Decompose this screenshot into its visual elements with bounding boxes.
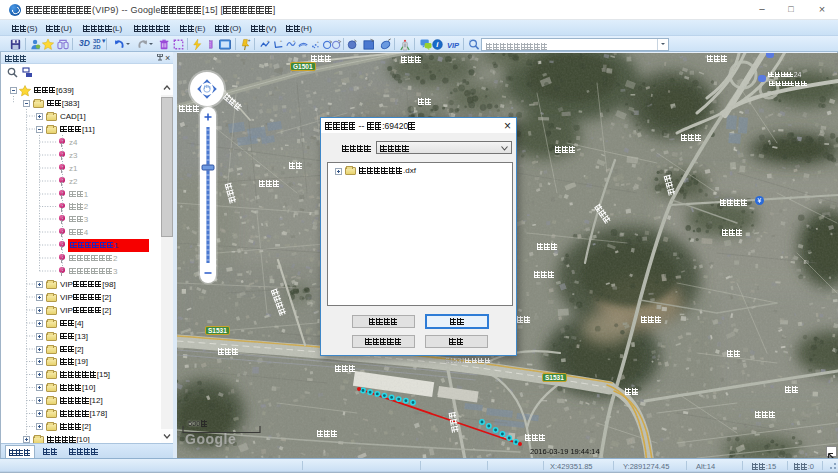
- svg-text:+: +: [267, 38, 270, 43]
- svg-text:+: +: [248, 38, 251, 43]
- svg-text:+: +: [280, 38, 283, 43]
- svg-text:+: +: [317, 40, 320, 44]
